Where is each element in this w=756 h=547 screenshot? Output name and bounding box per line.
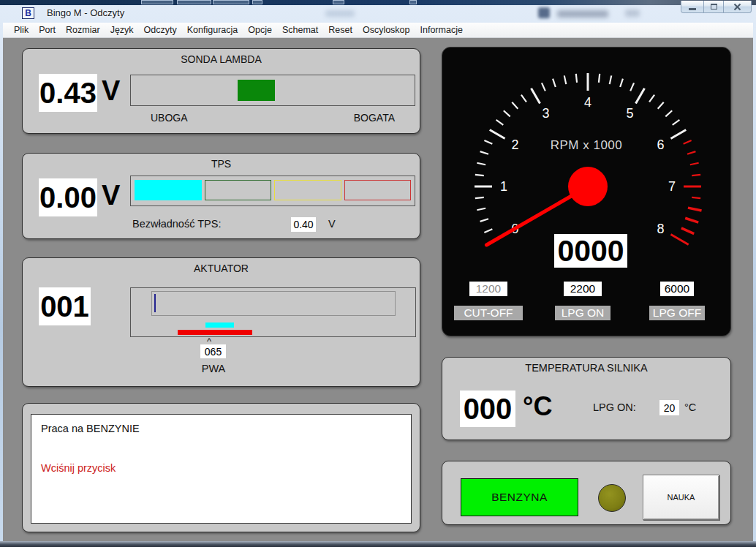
- window-bottom-border: [0, 541, 756, 547]
- temperature-unit: °C: [523, 391, 552, 422]
- menu-rozmiar[interactable]: Rozmiar: [61, 23, 105, 37]
- actuator-title: AKTUATOR: [23, 263, 420, 274]
- svg-text:5: 5: [626, 106, 633, 121]
- close-button[interactable]: [724, 1, 752, 13]
- lambda-value-display: 0.43: [39, 74, 97, 112]
- background-tab: [252, 0, 262, 4]
- message-area: Praca na BENZYNIE Wciśnij przycisk: [31, 414, 412, 524]
- lambda-rich-label: BOGATA: [354, 112, 395, 124]
- tps-panel: TPS 0.00 V Bezwładność TPS: 0.40 V: [22, 153, 420, 239]
- menu-plik[interactable]: Plik: [9, 23, 34, 37]
- tps-segment-4: [344, 180, 412, 200]
- menu-informacje[interactable]: Informacje: [415, 23, 468, 37]
- background-tab: [177, 0, 211, 4]
- app-window: B Bingo M - Odczyty Plik Port Rozmiar Ję…: [0, 0, 756, 547]
- rpm-digital-display: 0000: [554, 234, 627, 268]
- client-area: SONDA LAMBDA 0.43 V UBOGA BOGATA TPS 0.0…: [3, 38, 753, 541]
- menu-oscyloskop[interactable]: Oscyloskop: [358, 23, 415, 37]
- tps-title: TPS: [23, 158, 420, 170]
- actuator-cyan-marker: [205, 322, 234, 328]
- minimize-icon: [689, 8, 696, 10]
- actuator-pwa-value: 065: [200, 344, 226, 358]
- menu-reset[interactable]: Reset: [323, 23, 358, 37]
- actuator-value-display: 001: [39, 287, 91, 325]
- status-led: [598, 484, 626, 512]
- glass-blur-artifact: [325, 10, 355, 17]
- lpg-off-rpm-field[interactable]: 6000: [660, 282, 694, 296]
- tps-segment-2: [205, 180, 272, 200]
- glass-blur-artifact: [557, 10, 608, 18]
- menu-odczyty[interactable]: Odczyty: [139, 23, 182, 37]
- fuel-panel: BENZYNA NAUKA: [442, 461, 731, 525]
- message-panel: Praca na BENZYNIE Wciśnij przycisk: [22, 403, 420, 532]
- menu-bar: Plik Port Rozmiar Język Odczyty Konfigur…: [3, 23, 753, 38]
- rpm-threshold-lpg-off: 6000 LPG OFF: [649, 282, 705, 320]
- lambda-bar: [130, 75, 415, 106]
- message-prompt: Wciśnij przycisk: [41, 462, 401, 474]
- cutoff-label: CUT-OFF: [454, 306, 523, 320]
- menu-jezyk[interactable]: Język: [105, 23, 139, 37]
- lambda-unit: V: [102, 75, 120, 107]
- rpm-gauge-panel: 012345678 RPM x 1000 0000 1200 CUT-OFF 2…: [442, 47, 731, 336]
- actuator-cursor: [154, 294, 156, 312]
- actuator-red-marker: [178, 330, 252, 335]
- svg-text:3: 3: [542, 106, 549, 121]
- minimize-button[interactable]: [681, 1, 704, 13]
- tps-value-display: 0.00: [39, 178, 97, 216]
- lpg-on-temp-label: LPG ON:: [593, 401, 636, 413]
- window-controls: [681, 1, 752, 13]
- actuator-panel: AKTUATOR 001 ^ 065 PWA: [22, 257, 420, 387]
- menu-opcje[interactable]: Opcje: [243, 23, 277, 37]
- lpg-off-label: LPG OFF: [649, 306, 705, 320]
- actuator-progress-bar: [151, 291, 396, 316]
- background-tab: [213, 0, 249, 4]
- svg-text:7: 7: [668, 179, 676, 194]
- maximize-icon: [711, 4, 717, 10]
- lambda-lean-label: UBOGA: [151, 112, 188, 124]
- actuator-bar-container: [130, 287, 416, 337]
- temperature-panel: TEMPERATURA SILNIKA 000 °C LPG ON: 20 °C: [442, 357, 731, 440]
- svg-text:1: 1: [500, 179, 507, 194]
- lambda-title: SONDA LAMBDA: [23, 53, 420, 65]
- message-status: Praca na BENZYNIE: [41, 423, 401, 434]
- menu-port[interactable]: Port: [34, 23, 61, 37]
- svg-text:4: 4: [584, 95, 591, 110]
- lambda-scale-labels: UBOGA BOGATA: [130, 112, 415, 124]
- cutoff-rpm-field[interactable]: 1200: [469, 282, 507, 296]
- rpm-gauge-label: RPM x 1000: [442, 138, 730, 153]
- tps-bar: [130, 176, 415, 206]
- window-title: Bingo M - Odczyty: [47, 7, 124, 18]
- tps-inertia-field[interactable]: 0.40: [291, 217, 316, 232]
- rpm-threshold-lpg-on: 2200 LPG ON: [555, 282, 611, 320]
- background-tab: [141, 0, 173, 4]
- lambda-indicator: [238, 80, 275, 101]
- background-tab: [409, 0, 417, 4]
- tps-segment-3: [274, 180, 341, 200]
- glass-blur-artifact: [625, 10, 640, 17]
- temperature-value-display: 000: [460, 391, 515, 427]
- app-icon: B: [22, 7, 34, 19]
- maximize-button[interactable]: [704, 1, 724, 13]
- lpg-on-label: LPG ON: [555, 306, 611, 320]
- menu-schemat[interactable]: Schemat: [277, 23, 323, 37]
- tps-inertia-label: Bezwładność TPS:: [132, 218, 221, 230]
- actuator-pwa-label: PWA: [200, 363, 227, 374]
- lpg-on-temp-unit: °C: [684, 401, 696, 413]
- svg-text:8: 8: [657, 222, 665, 236]
- menu-konfiguracja[interactable]: Konfiguracja: [182, 23, 243, 37]
- learn-button[interactable]: NAUKA: [643, 475, 719, 520]
- lpg-on-temp-field[interactable]: 20: [659, 400, 679, 415]
- close-icon: [733, 3, 741, 11]
- temperature-title: TEMPERATURA SILNIKA: [442, 362, 730, 374]
- title-bar: B Bingo M - Odczyty: [0, 5, 756, 23]
- fuel-mode-button[interactable]: BENZYNA: [461, 478, 578, 516]
- lambda-panel: SONDA LAMBDA 0.43 V UBOGA BOGATA: [22, 48, 420, 134]
- background-window-strip: [0, 0, 756, 5]
- rpm-threshold-cutoff: 1200 CUT-OFF: [454, 282, 523, 320]
- tps-unit: V: [102, 180, 120, 211]
- tps-inertia-unit: V: [328, 218, 336, 230]
- background-tab: [333, 0, 344, 4]
- tps-segment-1: [135, 180, 202, 200]
- lpg-on-rpm-field[interactable]: 2200: [564, 282, 602, 296]
- glass-blur-artifact: [538, 7, 550, 18]
